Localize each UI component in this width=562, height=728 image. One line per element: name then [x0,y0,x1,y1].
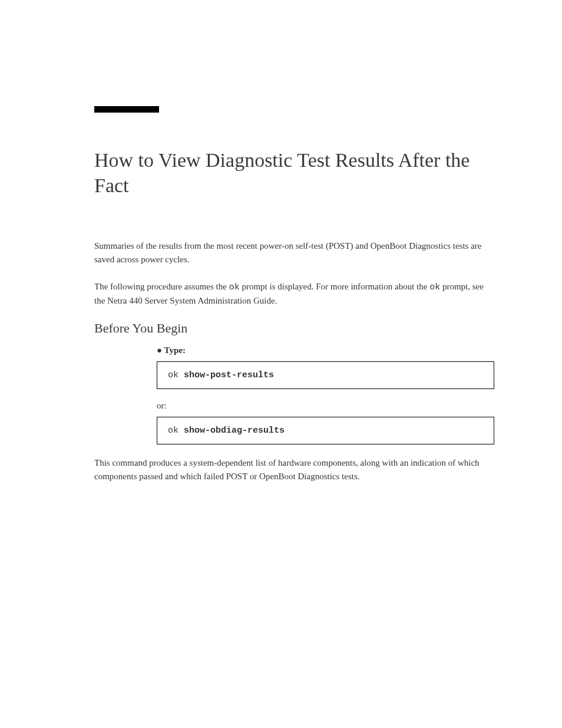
intro-paragraph-2: The following procedure assumes the ok p… [94,280,494,308]
step-type-label: ● Type: [157,345,494,355]
ok-prompt-literal-1: ok [229,282,240,292]
result-paragraph: This command produces a system-dependent… [94,456,494,484]
page-title: How to View Diagnostic Test Results Afte… [94,148,494,198]
code2-prompt: ok [168,426,184,436]
steps-container: ● Type: ok show-post-results or: ok show… [157,345,494,444]
intro-p2-a: The following procedure assumes the [94,282,229,291]
code-box-show-obdiag-results: ok show-obdiag-results [157,417,494,444]
intro-p2-b: prompt is displayed. For more informatio… [240,282,429,291]
code1-command: show-post-results [184,370,274,380]
code1-prompt: ok [168,370,184,380]
header-bar [94,106,159,113]
code2-command: show-obdiag-results [184,426,285,436]
intro-paragraph-1: Summaries of the results from the most r… [94,239,494,267]
code-box-show-post-results: ok show-post-results [157,361,494,389]
or-text: or: [157,401,494,411]
ok-prompt-literal-2: ok [429,282,440,292]
before-you-begin-heading: Before You Begin [94,321,494,336]
